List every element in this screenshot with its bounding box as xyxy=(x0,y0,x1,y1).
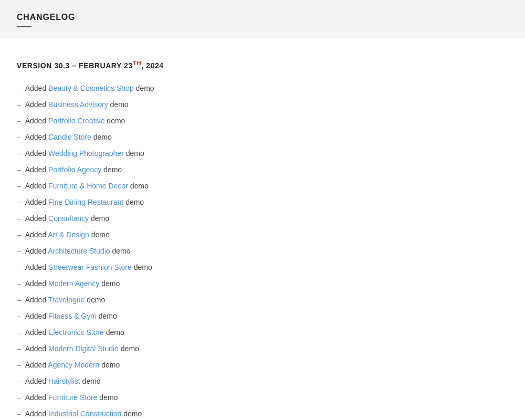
list-item: – Added Art & Design demo xyxy=(17,227,508,243)
changelog-link[interactable]: Portfolio Creative xyxy=(48,117,104,125)
changelog-link[interactable]: Industrial Construction xyxy=(48,410,121,418)
version-label: VERSION 30.3 – FEBRUARY 23 xyxy=(17,61,133,70)
changelog-link[interactable]: Hairstylist xyxy=(48,377,80,385)
list-dash: – xyxy=(17,198,23,206)
list-item: – Added Consultancy demo xyxy=(17,211,508,227)
changelog-link[interactable]: Business Advisory xyxy=(48,100,108,109)
list-item: – Added Candle Store demo xyxy=(17,129,508,145)
page-title: CHANGELOG xyxy=(17,13,508,22)
list-dash: – xyxy=(17,344,23,353)
changelog-link[interactable]: Candle Store xyxy=(48,133,91,141)
list-dash: – xyxy=(17,312,23,320)
list-dash: – xyxy=(17,247,23,255)
list-dash: – xyxy=(17,117,23,125)
list-dash: – xyxy=(17,361,23,369)
version-heading: VERSION 30.3 – FEBRUARY 23TH, 2024 xyxy=(17,59,508,70)
changelog-link[interactable]: Fitness & Gym xyxy=(48,312,97,320)
list-dash: – xyxy=(17,149,23,158)
changelog-link[interactable]: Portfolio Agency xyxy=(48,165,101,174)
list-item: – Added Fine Dining Restaurant demo xyxy=(17,194,508,211)
list-dash: – xyxy=(17,84,23,92)
version-year: , 2024 xyxy=(141,61,163,70)
changelog-link[interactable]: Consultancy xyxy=(48,214,89,223)
list-item: – Added Business Advisory demo xyxy=(17,97,508,113)
changelog-list: – Added Beauty & Cosmetics Shop demo– Ad… xyxy=(17,80,508,420)
list-dash: – xyxy=(17,296,23,304)
changelog-link[interactable]: Wedding Photographer xyxy=(48,149,124,158)
changelog-link[interactable]: Furniture & Home Decor xyxy=(48,182,128,190)
page-header: CHANGELOG xyxy=(0,0,525,38)
list-item: – Added Furniture & Home Decor demo xyxy=(17,178,508,194)
list-item: – Added Travelogue demo xyxy=(17,292,508,308)
list-dash: – xyxy=(17,133,23,141)
list-dash: – xyxy=(17,377,23,385)
list-dash: – xyxy=(17,279,23,288)
list-item: – Added Modern Digital Studio demo xyxy=(17,341,508,357)
list-item: – Added Wedding Photographer demo xyxy=(17,145,508,162)
list-dash: – xyxy=(17,393,23,402)
changelog-link[interactable]: Travelogue xyxy=(48,296,85,304)
list-dash: – xyxy=(17,100,23,109)
changelog-link[interactable]: Fine Dining Restaurant xyxy=(48,198,123,206)
list-dash: – xyxy=(17,230,23,239)
version-superscript: TH xyxy=(133,59,142,66)
changelog-link[interactable]: Beauty & Cosmetics Shop xyxy=(48,84,134,92)
changelog-link[interactable]: Furniture Store xyxy=(48,393,97,402)
list-item: – Added Beauty & Cosmetics Shop demo xyxy=(17,80,508,97)
list-dash: – xyxy=(17,214,23,223)
list-item: – Added Portfolio Agency demo xyxy=(17,162,508,178)
list-item: – Added Architecture Studio demo xyxy=(17,243,508,259)
list-item: – Added Agency Modern demo xyxy=(17,357,508,373)
title-underline xyxy=(17,26,32,27)
list-dash: – xyxy=(17,410,23,418)
list-dash: – xyxy=(17,263,23,271)
list-item: – Added Industrial Construction demo xyxy=(17,406,508,420)
list-item: – Added Streetwear Fashion Store demo xyxy=(17,259,508,276)
changelog-link[interactable]: Modern Agency xyxy=(48,279,99,288)
changelog-link[interactable]: Agency Modern xyxy=(48,361,99,369)
list-item: – Added Fitness & Gym demo xyxy=(17,308,508,324)
changelog-link[interactable]: Architecture Studio xyxy=(48,247,110,255)
list-item: – Added Portfolio Creative demo xyxy=(17,113,508,129)
changelog-link[interactable]: Art & Design xyxy=(48,230,89,239)
list-item: – Added Electronics Store demo xyxy=(17,324,508,341)
changelog-link[interactable]: Modern Digital Studio xyxy=(48,344,119,353)
changelog-link[interactable]: Streetwear Fashion Store xyxy=(48,263,132,271)
list-item: – Added Hairstylist demo xyxy=(17,373,508,390)
main-content: VERSION 30.3 – FEBRUARY 23TH, 2024 – Add… xyxy=(0,38,525,420)
list-item: – Added Modern Agency demo xyxy=(17,276,508,292)
list-dash: – xyxy=(17,182,23,190)
list-item: – Added Furniture Store demo xyxy=(17,390,508,406)
list-dash: – xyxy=(17,165,23,174)
list-dash: – xyxy=(17,328,23,337)
changelog-link[interactable]: Electronics Store xyxy=(48,328,104,337)
